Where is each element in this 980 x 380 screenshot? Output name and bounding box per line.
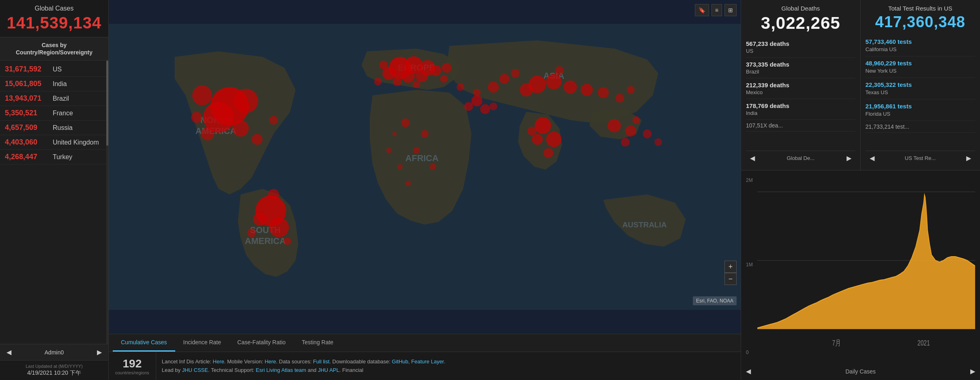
country-list-item[interactable]: 15,061,805India	[0, 77, 108, 91]
svg-point-51	[535, 117, 551, 134]
death-item-mexico: 212,339 deaths Mexico	[746, 78, 855, 99]
svg-point-66	[401, 119, 410, 127]
country-list-item[interactable]: 4,403,060United Kingdom	[0, 135, 108, 150]
svg-point-47	[615, 94, 624, 103]
zoom-out-button[interactable]: −	[724, 273, 737, 285]
jhu-apl-link[interactable]: JHU APL	[318, 367, 340, 373]
country-list-item[interactable]: 4,657,509Russia	[0, 121, 108, 135]
svg-point-34	[413, 80, 420, 88]
tab-incidence-rate[interactable]: Incidence Rate	[175, 334, 229, 352]
jhu-csse-link[interactable]: JHU CSSE	[182, 367, 208, 373]
chart-next-button[interactable]: ▶	[970, 367, 975, 375]
last-updated-box: Last Updated at (M/D/YYYY) 4/19/2021 10:…	[0, 361, 108, 380]
deaths-panel-number: 3,022,265	[746, 13, 855, 33]
map-attribution: Esri, FAO, NOAA	[693, 296, 737, 305]
scrollbar-thumb	[106, 60, 108, 145]
test-location-texas: Texas US	[866, 89, 888, 95]
svg-text:2021: 2021	[918, 339, 930, 347]
country-name: Turkey	[53, 153, 72, 161]
deaths-panel-label: Global Deaths	[746, 5, 855, 12]
article-line2: Lead by JHU CSSE. Technical Support: Esr…	[162, 366, 363, 375]
admin-nav-label: Admin0	[45, 349, 64, 356]
svg-point-73	[392, 132, 397, 136]
map-container[interactable]: 🔖 ≡ ⊞ NORTH	[109, 0, 741, 334]
tests-panel-nav: ◀ US Test Re... ▶	[866, 151, 976, 165]
test-location-california: California US	[866, 46, 897, 52]
svg-text:7月: 7月	[832, 339, 841, 347]
chart-nav-label: Daily Cases	[751, 368, 970, 375]
svg-point-62	[471, 95, 482, 106]
death-item-us: 567,233 deaths US	[746, 37, 855, 58]
bookmark-button[interactable]: 🔖	[695, 4, 709, 16]
countries-number: 192	[123, 357, 142, 370]
country-list-item[interactable]: 4,268,447Turkey	[0, 150, 108, 164]
svg-point-57	[625, 125, 636, 136]
country-name: Brazil	[53, 95, 69, 102]
svg-point-49	[473, 89, 481, 97]
deaths-panel-nav: ◀ Global De... ▶	[746, 151, 855, 165]
country-list-header: Cases by Country/Region/Sovereignty	[0, 37, 108, 60]
svg-point-28	[402, 69, 415, 83]
tab-testing-rate[interactable]: Testing Rate	[294, 334, 342, 352]
svg-point-21	[268, 189, 279, 200]
admin-prev-button[interactable]: ◀	[4, 348, 14, 357]
test-item-california: 57,733,460 tests California US	[866, 35, 976, 56]
deaths-nav-label: Global De...	[787, 155, 815, 161]
svg-point-56	[608, 119, 621, 132]
global-cases-number: 141,539,134	[6, 14, 102, 32]
tests-panel-label: Total Test Results in US	[866, 5, 976, 12]
mobile-here-link[interactable]: Here	[264, 358, 276, 365]
tab-cumulative-cases[interactable]: Cumulative Cases	[113, 334, 175, 352]
svg-point-33	[393, 77, 402, 86]
country-cases: 15,061,805	[5, 80, 49, 88]
tab-case-fatality-ratio[interactable]: Case-Fatality Ratio	[229, 334, 294, 352]
svg-point-70	[406, 181, 411, 186]
death-country-us: US	[746, 48, 753, 54]
chart-prev-button[interactable]: ◀	[746, 367, 751, 375]
country-list-item[interactable]: 31,671,592US	[0, 62, 108, 77]
tests-panel: Total Test Results in US 417,360,348 57,…	[861, 0, 980, 170]
test-count-florida: 21,956,861 tests	[866, 103, 912, 110]
chart-y-0: 0	[746, 350, 749, 355]
grid-button[interactable]: ⊞	[724, 4, 737, 16]
country-list-wrap: 31,671,592US15,061,805India13,943,071Bra…	[0, 60, 108, 344]
svg-point-35	[374, 78, 382, 86]
tests-next-button[interactable]: ▶	[966, 154, 971, 162]
last-updated-value: 4/19/2021 10:20 下午	[27, 369, 81, 376]
deaths-next-button[interactable]: ▶	[847, 154, 851, 162]
svg-point-14	[201, 127, 215, 140]
feature-layer-link[interactable]: Feature Layer	[411, 358, 444, 365]
death-item-india: 178,769 deaths India	[746, 99, 855, 120]
country-name: India	[53, 80, 67, 88]
github-link[interactable]: GitHub	[392, 358, 408, 365]
last-updated-label: Last Updated at (M/D/YYYY)	[5, 364, 103, 369]
tests-nav-label: US Test Re...	[905, 155, 936, 161]
full-list-link[interactable]: Full list	[313, 358, 329, 365]
country-list-item[interactable]: 13,943,071Brazil	[0, 91, 108, 106]
country-list-item[interactable]: 5,350,521France	[0, 106, 108, 121]
death-count-india: 178,769 deaths	[746, 102, 789, 109]
info-bar: 192 countries/regions Lancet Inf Dis Art…	[109, 352, 741, 380]
country-cases: 4,268,447	[5, 153, 49, 161]
svg-point-59	[632, 116, 640, 124]
test-count-texas: 22,305,322 tests	[866, 81, 912, 88]
admin-next-button[interactable]: ▶	[95, 348, 104, 357]
country-name: US	[53, 66, 62, 73]
svg-text:AFRICA: AFRICA	[405, 153, 438, 163]
map-toolbar: 🔖 ≡ ⊞	[695, 4, 737, 16]
deaths-prev-button[interactable]: ◀	[750, 154, 755, 162]
lancet-here-link[interactable]: Here	[213, 358, 224, 365]
esri-atlas-link[interactable]: Esri Living Atlas team	[256, 367, 306, 373]
tests-prev-button[interactable]: ◀	[870, 154, 875, 162]
svg-point-68	[413, 147, 420, 153]
zoom-in-button[interactable]: +	[724, 261, 737, 273]
svg-point-63	[480, 104, 490, 114]
svg-point-32	[379, 61, 388, 70]
svg-point-69	[430, 164, 436, 170]
death-country-brazil: Brazil	[746, 69, 759, 75]
svg-point-15	[191, 112, 202, 123]
deaths-panel: Global Deaths 3,022,265 567,233 deaths U…	[741, 0, 861, 170]
list-button[interactable]: ≡	[711, 4, 722, 16]
svg-point-72	[386, 148, 392, 153]
map-zoom-controls: + −	[724, 261, 737, 285]
